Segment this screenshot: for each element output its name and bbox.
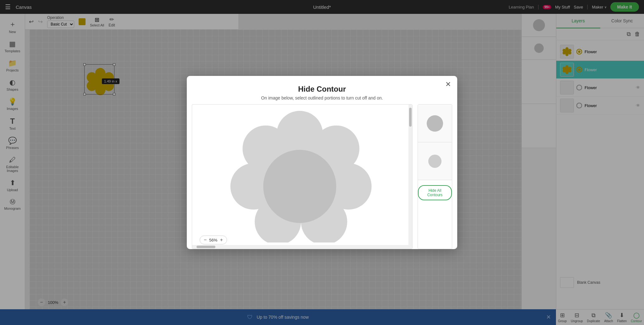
modal-title: Hide Contour — [196, 85, 448, 94]
hide-contour-modal: Hide Contour On image below, select outl… — [187, 76, 457, 249]
modal-scrollbar-horizontal[interactable] — [192, 245, 412, 249]
modal-header: Hide Contour On image below, select outl… — [187, 76, 457, 104]
modal-thumbnail-column: Hide All Contours — [418, 104, 452, 249]
modal-zoom-out-button[interactable]: − — [204, 237, 207, 243]
modal-body: − 56% + Hide All Contours — [187, 104, 457, 249]
modal-zoom-controls: − 56% + — [200, 236, 227, 244]
hide-all-contours-button[interactable]: Hide All Contours — [418, 185, 452, 200]
modal-flower-svg[interactable] — [192, 105, 412, 249]
modal-canvas[interactable]: − 56% + — [192, 104, 413, 249]
modal-thumb-circle-2 — [428, 155, 441, 168]
modal-thumb-2[interactable] — [418, 142, 452, 180]
modal-flower-center[interactable] — [263, 150, 336, 223]
modal-scrollbar-thumb-h[interactable] — [197, 246, 215, 248]
modal-thumb-3[interactable]: Hide All Contours — [418, 185, 452, 200]
modal-overlay: Hide Contour On image below, select outl… — [0, 0, 644, 325]
modal-thumb-circle-1 — [427, 115, 443, 132]
modal-scrollbar-vertical[interactable] — [408, 105, 412, 249]
modal-scrollbar-thumb-v[interactable] — [409, 108, 412, 127]
modal-close-button[interactable]: ✕ — [445, 81, 451, 88]
modal-zoom-in-button[interactable]: + — [220, 237, 223, 243]
modal-zoom-level: 56% — [209, 238, 217, 242]
modal-thumb-1[interactable] — [418, 105, 452, 142]
modal-subtitle: On image below, select outlined portions… — [196, 95, 448, 100]
